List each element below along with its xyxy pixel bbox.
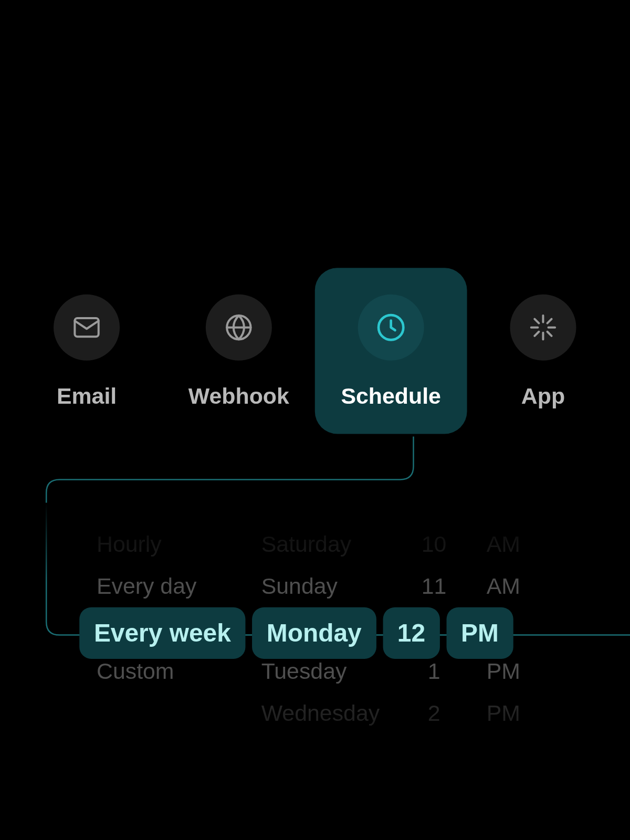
selected-ampm[interactable]: PM [446,607,513,659]
selected-hour[interactable]: 12 [383,607,440,659]
trigger-type-row: Email Webhook Schedule [0,268,630,434]
clock-icon [358,295,424,361]
selected-frequency[interactable]: Every week [79,607,245,659]
trigger-label: Webhook [188,383,289,409]
ampm-option[interactable]: PM [478,692,529,734]
hour-option[interactable]: 11 [408,565,459,607]
ampm-option[interactable]: AM [478,565,529,607]
trigger-webhook[interactable]: Webhook [189,268,288,434]
frequency-option[interactable]: Hourly [97,522,236,565]
svg-line-9 [534,332,539,336]
trigger-app[interactable]: App [494,268,593,434]
mail-icon [54,295,120,361]
svg-line-10 [548,319,552,323]
trigger-label: App [521,383,565,409]
trigger-label: Email [57,383,117,409]
svg-line-7 [534,319,539,323]
trigger-label: Schedule [341,383,440,409]
trigger-email[interactable]: Email [37,268,136,434]
day-option[interactable]: Saturday [261,522,401,565]
schedule-trigger-config: Email Webhook Schedule [0,0,630,840]
day-option[interactable]: Wednesday [261,692,401,734]
selected-schedule-row: Every week Monday 12 PM [79,607,513,659]
frequency-option[interactable]: Every day [97,565,236,607]
trigger-schedule[interactable]: Schedule [315,268,467,434]
day-option[interactable]: Sunday [261,565,401,607]
hour-option[interactable]: 2 [408,692,459,734]
ampm-option[interactable]: AM [478,522,529,565]
svg-line-8 [548,332,552,336]
sparkle-icon [510,295,576,361]
svg-rect-0 [75,318,98,337]
globe-icon [206,295,272,361]
selected-day[interactable]: Monday [252,607,376,659]
hour-option[interactable]: 10 [408,522,459,565]
